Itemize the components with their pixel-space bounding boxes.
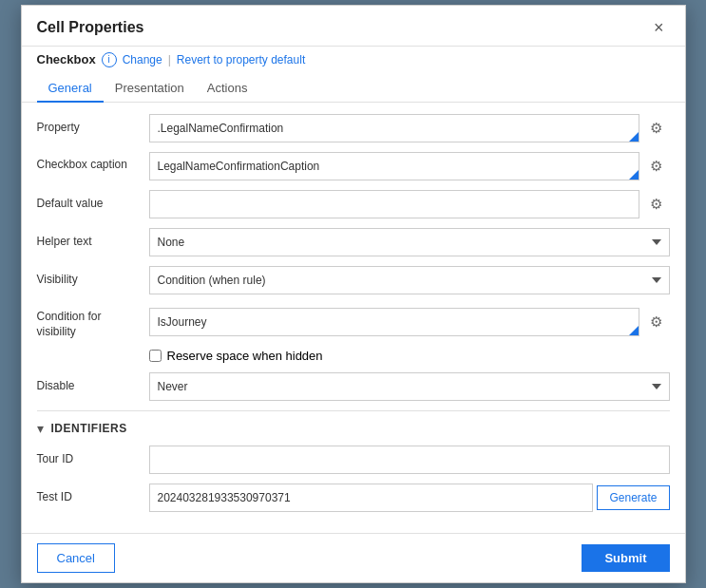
property-corner-marker: [629, 132, 639, 142]
tour-id-label: Tour ID: [37, 452, 142, 467]
tour-id-row: Tour ID: [37, 446, 670, 474]
revert-link[interactable]: Revert to property default: [177, 53, 305, 66]
default-value-row: Default value ⚙: [37, 190, 670, 218]
cell-properties-dialog: Cell Properties × Checkbox i Change | Re…: [21, 5, 686, 583]
change-link[interactable]: Change: [123, 53, 162, 66]
checkbox-caption-row: Checkbox caption ⚙: [37, 152, 670, 180]
reserve-space-label: Reserve space when hidden: [167, 349, 323, 363]
helper-text-label: Helper text: [37, 235, 142, 250]
type-label: Checkbox: [37, 52, 96, 66]
dialog-subheader: Checkbox i Change | Revert to property d…: [22, 47, 685, 67]
property-input[interactable]: [150, 115, 639, 142]
property-input-wrap: [149, 114, 639, 142]
submit-button[interactable]: Submit: [582, 544, 669, 572]
visibility-control: Always Never Condition (when rule): [149, 266, 670, 294]
condition-corner-marker: [629, 326, 639, 335]
condition-visibility-gear-button[interactable]: ⚙: [643, 309, 670, 335]
tour-id-control: [149, 446, 670, 474]
tab-actions[interactable]: Actions: [196, 75, 259, 103]
disable-row: Disable Never Always Condition (when rul…: [37, 372, 670, 401]
helper-text-select[interactable]: None Custom text From property: [149, 228, 670, 256]
test-id-input[interactable]: [149, 484, 594, 512]
visibility-row: Visibility Always Never Condition (when …: [37, 266, 670, 294]
gear-icon-2: ⚙: [650, 158, 662, 175]
default-value-control: ⚙: [149, 190, 670, 218]
property-row: Property ⚙: [37, 114, 670, 142]
checkbox-caption-input[interactable]: [150, 153, 639, 180]
property-control: ⚙: [149, 114, 670, 142]
helper-text-row: Helper text None Custom text From proper…: [37, 228, 670, 256]
tour-id-input[interactable]: [149, 446, 670, 474]
section-divider: [37, 410, 670, 411]
cancel-button[interactable]: Cancel: [37, 543, 115, 573]
reserve-space-row: Reserve space when hidden: [149, 349, 670, 363]
condition-visibility-label: Condition for visibility: [37, 304, 142, 339]
dialog-title: Cell Properties: [37, 19, 144, 36]
helper-text-control: None Custom text From property: [149, 228, 670, 256]
property-label: Property: [37, 121, 142, 136]
checkbox-caption-control: ⚙: [149, 152, 670, 180]
default-value-gear-button[interactable]: ⚙: [643, 191, 670, 218]
condition-visibility-input[interactable]: [150, 309, 639, 335]
dialog-header: Cell Properties ×: [22, 6, 685, 47]
default-value-label: Default value: [37, 197, 142, 212]
default-value-input[interactable]: [149, 190, 639, 218]
generate-button[interactable]: Generate: [597, 485, 669, 510]
test-id-row: Test ID Generate: [37, 484, 670, 512]
gear-icon: ⚙: [650, 120, 662, 137]
condition-visibility-row: Condition for visibility ⚙: [37, 304, 670, 339]
tab-general[interactable]: General: [37, 75, 104, 103]
checkbox-caption-label: Checkbox caption: [37, 152, 142, 173]
condition-input-wrap: [149, 308, 639, 336]
identifiers-section-title: IDENTIFIERS: [51, 422, 127, 435]
reserve-space-checkbox[interactable]: [149, 350, 162, 362]
disable-control: Never Always Condition (when rule): [149, 372, 670, 401]
gear-icon-3: ⚙: [650, 196, 662, 213]
visibility-select[interactable]: Always Never Condition (when rule): [149, 266, 670, 294]
test-id-label: Test ID: [37, 490, 142, 505]
tab-presentation[interactable]: Presentation: [104, 75, 196, 103]
checkbox-caption-corner-marker: [629, 170, 639, 180]
identifiers-chevron-icon[interactable]: ▾: [37, 421, 44, 436]
property-gear-button[interactable]: ⚙: [643, 115, 670, 142]
visibility-label: Visibility: [37, 273, 142, 288]
disable-label: Disable: [37, 379, 142, 394]
identifiers-section-header: ▾ IDENTIFIERS: [37, 421, 670, 436]
gear-icon-4: ⚙: [650, 313, 662, 331]
disable-select[interactable]: Never Always Condition (when rule): [149, 372, 670, 401]
dialog-body: Property ⚙ Checkbox caption ⚙: [22, 103, 685, 533]
dialog-footer: Cancel Submit: [22, 533, 685, 582]
info-icon[interactable]: i: [102, 52, 117, 67]
checkbox-caption-input-wrap: [149, 152, 639, 180]
tabs-container: General Presentation Actions: [22, 71, 685, 103]
close-button[interactable]: ×: [648, 17, 670, 38]
condition-visibility-control: ⚙: [149, 308, 670, 336]
test-id-control: Generate: [149, 484, 670, 512]
checkbox-caption-gear-button[interactable]: ⚙: [643, 153, 670, 180]
